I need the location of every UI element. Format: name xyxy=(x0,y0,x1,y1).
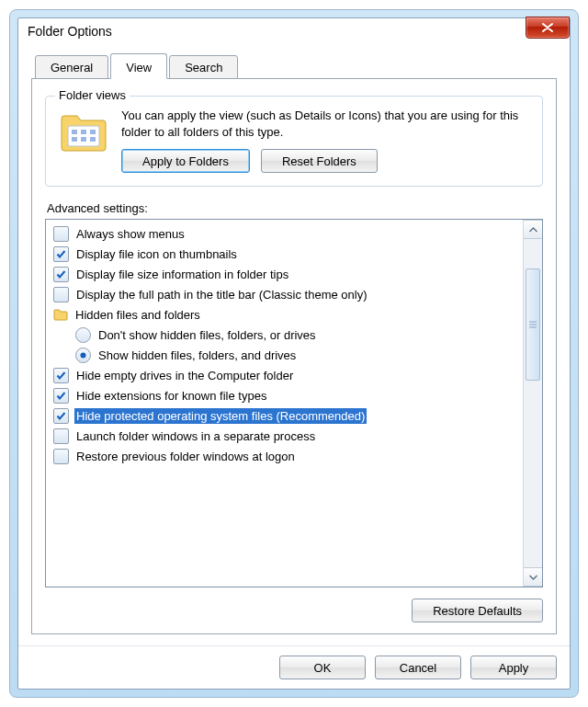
titlebar: Folder Options xyxy=(18,18,570,44)
svg-rect-5 xyxy=(81,137,86,142)
folder-views-group: Folder views You can apply the view (suc… xyxy=(45,96,543,187)
tab-bar: General View Search xyxy=(31,53,557,79)
setting-label: Don't show hidden files, folders, or dri… xyxy=(96,327,318,343)
advanced-settings-label: Advanced settings: xyxy=(47,201,543,215)
setting-label: Hidden files and folders xyxy=(74,307,202,323)
scroll-up-button[interactable] xyxy=(524,220,542,239)
apply-to-folders-button[interactable]: Apply to Folders xyxy=(121,149,250,173)
folder-options-dialog: Folder Options General View Search Folde… xyxy=(17,17,571,690)
dialog-buttons: OK Cancel Apply xyxy=(18,645,570,689)
svg-rect-1 xyxy=(72,130,77,134)
advanced-settings-list[interactable]: Always show menusDisplay file icon on th… xyxy=(45,219,543,587)
checkbox-icon xyxy=(53,287,69,302)
checkbox-icon xyxy=(53,408,69,424)
setting-hide-protected[interactable]: Hide protected operating system files (R… xyxy=(48,405,521,426)
checkbox-icon xyxy=(53,428,69,444)
setting-label: Display the full path in the title bar (… xyxy=(74,287,368,302)
setting-label: Restore previous folder windows at logon xyxy=(74,449,297,464)
restore-defaults-button[interactable]: Restore Defaults xyxy=(412,599,543,622)
radio-icon xyxy=(75,348,91,363)
setting-label: Launch folder windows in a separate proc… xyxy=(74,428,317,444)
setting-hide-extensions[interactable]: Hide extensions for known file types xyxy=(48,385,521,405)
svg-rect-4 xyxy=(72,137,77,142)
setting-label: Show hidden files, folders, and drives xyxy=(96,348,298,363)
folder-views-legend: Folder views xyxy=(55,88,130,102)
scrollbar[interactable] xyxy=(523,220,542,587)
setting-hidden-header[interactable]: Hidden files and folders xyxy=(48,304,521,325)
chevron-up-icon xyxy=(529,227,537,233)
svg-rect-6 xyxy=(90,137,96,142)
setting-show-hidden[interactable]: Show hidden files, folders, and drives xyxy=(48,345,521,365)
close-button[interactable] xyxy=(526,17,570,39)
svg-rect-2 xyxy=(81,130,86,134)
setting-label: Hide empty drives in the Computer folder xyxy=(74,368,295,383)
svg-rect-3 xyxy=(90,130,96,134)
folder-views-description: You can apply the view (such as Details … xyxy=(121,108,529,140)
setting-display-full-path[interactable]: Display the full path in the title bar (… xyxy=(48,284,521,304)
checkbox-icon xyxy=(53,388,69,404)
setting-hide-empty-drives[interactable]: Hide empty drives in the Computer folder xyxy=(48,365,521,385)
tab-general[interactable]: General xyxy=(35,55,108,79)
setting-display-file-icon[interactable]: Display file icon on thumbnails xyxy=(48,244,521,264)
window-title: Folder Options xyxy=(28,24,526,39)
checkbox-icon xyxy=(53,449,69,464)
setting-label: Display file size information in folder … xyxy=(74,267,290,282)
chevron-down-icon xyxy=(529,575,537,580)
tab-search[interactable]: Search xyxy=(169,55,238,79)
checkbox-icon xyxy=(53,368,69,383)
folder-icon xyxy=(53,308,68,321)
radio-icon xyxy=(75,327,91,343)
setting-launch-separate[interactable]: Launch folder windows in a separate proc… xyxy=(48,426,521,446)
reset-folders-button[interactable]: Reset Folders xyxy=(261,149,378,173)
svg-point-8 xyxy=(81,352,86,358)
ok-button[interactable]: OK xyxy=(279,656,366,679)
tab-view[interactable]: View xyxy=(110,53,167,79)
setting-label: Display file icon on thumbnails xyxy=(74,246,239,262)
close-icon xyxy=(542,23,553,32)
setting-label: Hide protected operating system files (R… xyxy=(74,408,367,424)
folder-view-icon xyxy=(59,109,108,154)
scroll-track[interactable] xyxy=(524,239,542,567)
scroll-down-button[interactable] xyxy=(524,567,542,587)
cancel-button[interactable]: Cancel xyxy=(375,656,461,679)
checkbox-icon xyxy=(53,246,69,262)
scroll-thumb[interactable] xyxy=(526,268,540,381)
checkbox-icon xyxy=(53,226,69,242)
setting-label: Always show menus xyxy=(74,226,187,242)
setting-dont-show-hidden[interactable]: Don't show hidden files, folders, or dri… xyxy=(48,325,521,345)
setting-display-file-size[interactable]: Display file size information in folder … xyxy=(48,264,521,284)
apply-button[interactable]: Apply xyxy=(470,656,557,679)
checkbox-icon xyxy=(53,267,69,282)
setting-restore-previous[interactable]: Restore previous folder windows at logon xyxy=(48,446,521,466)
setting-label: Hide extensions for known file types xyxy=(74,388,268,404)
tab-page-view: Folder views You can apply the view (suc… xyxy=(31,78,557,634)
setting-always-show-menus[interactable]: Always show menus xyxy=(48,223,521,244)
svg-rect-0 xyxy=(68,126,99,146)
